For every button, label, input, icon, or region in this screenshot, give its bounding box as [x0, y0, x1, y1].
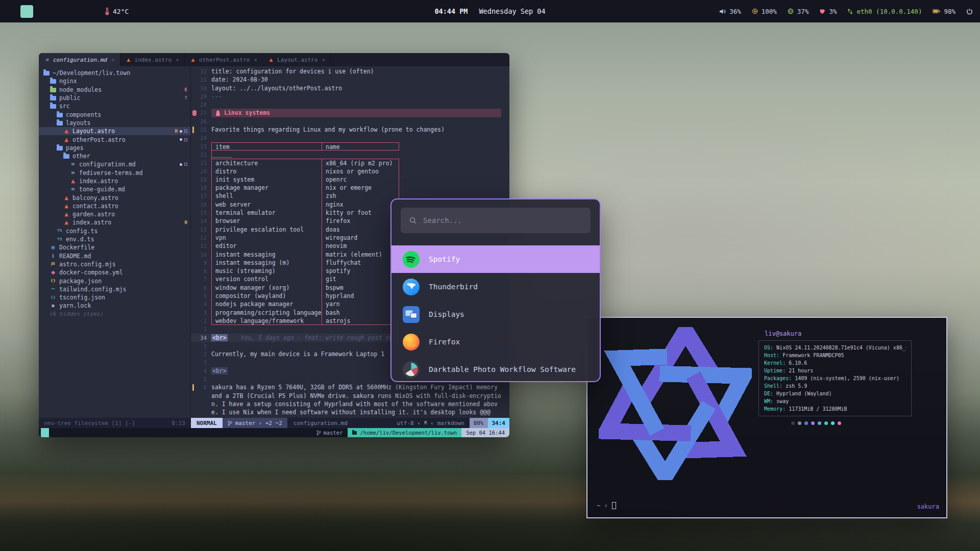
markdown-heading: Linux systems [211, 109, 501, 117]
tree-item[interactable]: ▲otherPost.astro [39, 135, 190, 143]
system-module[interactable]: eth0 (10.0.0.140) [847, 8, 922, 15]
git-status-letter: H [185, 220, 187, 225]
search-input[interactable] [423, 216, 582, 224]
cursor-position: 34:4 [488, 418, 510, 428]
tree-item[interactable]: other [39, 152, 190, 160]
tree-item[interactable]: ▪yarn.lock [39, 302, 190, 310]
tab-close-icon[interactable]: × [176, 57, 179, 63]
power-button[interactable] [966, 8, 973, 15]
terminal-hostname: sakura [917, 503, 939, 510]
tree-item[interactable]: ℹREADME.md [39, 252, 190, 260]
system-module[interactable]: 36% [719, 8, 741, 15]
tree-item[interactable]: {}tsconfig.json [39, 293, 190, 302]
tree-item-label: node_modules [59, 86, 102, 93]
tab-close-icon[interactable]: × [254, 57, 257, 63]
tree-item[interactable]: ▲Layout.astroH [39, 127, 190, 135]
workspace-button[interactable] [20, 5, 33, 18]
folder-icon [57, 113, 63, 117]
system-module[interactable]: 3% [819, 8, 837, 15]
system-module[interactable]: 98% [933, 8, 955, 15]
shell-prompt[interactable]: ~ › [597, 502, 616, 509]
search-box[interactable] [401, 208, 591, 233]
tree-item[interactable]: public? [39, 94, 190, 102]
buffer-line: 31date: 2024-08-30 [191, 76, 509, 84]
tree-item-label: Dockerfile [59, 244, 94, 251]
tree-item[interactable]: ▲garden.astro [39, 210, 190, 218]
tab-label: otherPost.astro [199, 57, 250, 63]
tree-item[interactable]: {}package.json [39, 277, 190, 285]
workspace-button[interactable] [66, 5, 79, 18]
tree-item[interactable]: ▲balcony.astro [39, 193, 190, 202]
tree-item-label: tailwind.config.mjs [59, 286, 127, 293]
js-file-icon: JS [50, 262, 57, 266]
launcher-item[interactable]: Spotify [391, 245, 600, 273]
ts-file-icon: TS [56, 238, 63, 241]
launcher-item[interactable]: Darktable Photo Workflow Software [391, 356, 600, 382]
tab-close-icon[interactable]: × [111, 57, 115, 63]
tmux-window[interactable] [41, 428, 49, 437]
workspace-button[interactable] [36, 5, 48, 18]
tree-item-label: garden.astro [72, 211, 115, 218]
buffer-line: 29--- [191, 92, 509, 101]
editor-tab[interactable]: ▲ otherPost.astro × [185, 53, 263, 66]
tree-root[interactable]: ~/Development/liv.town [39, 69, 190, 77]
tree-item[interactable]: ≡tone-guide.md [39, 185, 190, 193]
palette-dot [831, 421, 835, 425]
tree-item[interactable]: ≡fediverse-terms.md [39, 169, 190, 177]
tree-item[interactable]: JSastro.config.mjs [39, 260, 190, 268]
astro-file-icon: ▲ [63, 220, 70, 225]
tree-item[interactable]: ~tailwind.config.mjs [39, 285, 190, 293]
module-value: 98% [944, 8, 955, 15]
tmux-window[interactable] [49, 428, 57, 437]
tree-item[interactable]: pages [39, 144, 190, 152]
launcher-item[interactable]: Thunderbird [391, 273, 600, 300]
system-module[interactable]: 100% [752, 8, 777, 15]
astro-file-icon: ▲ [63, 137, 70, 142]
app-icon [403, 251, 420, 268]
info-line: Uptime21 hours [764, 367, 906, 374]
editor-tab[interactable]: ≡ configuration.md × [39, 53, 120, 66]
tree-item-label: balcony.astro [72, 194, 118, 202]
tree-item[interactable]: ◆docker-compose.yml [39, 268, 190, 277]
launcher-item[interactable]: Firefox [391, 328, 600, 356]
git-status-marks [180, 163, 187, 166]
module-icon [933, 9, 940, 13]
tree-item[interactable]: ▲contact.astro [39, 202, 190, 210]
tree-item[interactable]: TSenv.d.ts [39, 235, 190, 243]
file-explorer: ~/Development/liv.town nginxnode_modules… [39, 66, 191, 418]
modified-dot-icon [180, 130, 182, 133]
folder-icon [57, 121, 63, 126]
palette-dot [804, 421, 808, 425]
tree-item-label: docker-compose.yml [59, 269, 123, 276]
app-label: Thunderbird [429, 283, 478, 291]
tree-item[interactable]: ◉Dockerfile [39, 243, 190, 252]
app-label: Displays [429, 310, 464, 318]
system-module[interactable]: 37% [788, 8, 809, 15]
tree-item-label: tone-guide.md [79, 186, 125, 193]
tab-close-icon[interactable]: × [322, 57, 326, 63]
editor-tab[interactable]: ▲ index.astro × [120, 53, 185, 66]
launcher-item[interactable]: Displays [391, 300, 600, 328]
tree-item-label: index.astro [72, 219, 111, 226]
tree-item[interactable]: nginx [39, 77, 190, 85]
astro-file-icon: ▲ [63, 204, 70, 209]
tmux-window[interactable] [57, 428, 65, 437]
folder-icon [57, 146, 63, 151]
tree-item[interactable]: ≡configuration.md [39, 160, 190, 168]
workspace-button[interactable] [51, 5, 64, 18]
tree-item[interactable]: node_modulesE [39, 86, 190, 94]
editor-tab[interactable]: ▲ Layout.astro × [263, 53, 331, 66]
statusline-filename: configuration.md [287, 418, 354, 428]
tree-item[interactable]: src [39, 102, 190, 110]
tree-item[interactable]: ▲index.astroH [39, 218, 190, 227]
workspace-button[interactable] [82, 5, 94, 18]
tree-item[interactable]: components [39, 110, 190, 118]
workspace-button[interactable] [5, 5, 18, 18]
status-square-icon [184, 163, 187, 166]
module-icon [847, 9, 853, 14]
tree-item[interactable]: TSconfig.ts [39, 227, 190, 235]
tree-items: nginxnode_modulesEpublic?srccomponentsla… [39, 77, 190, 310]
tree-item[interactable]: ▲index.astro [39, 177, 190, 185]
app-label: Firefox [429, 338, 460, 346]
tree-item[interactable]: layouts [39, 119, 190, 127]
